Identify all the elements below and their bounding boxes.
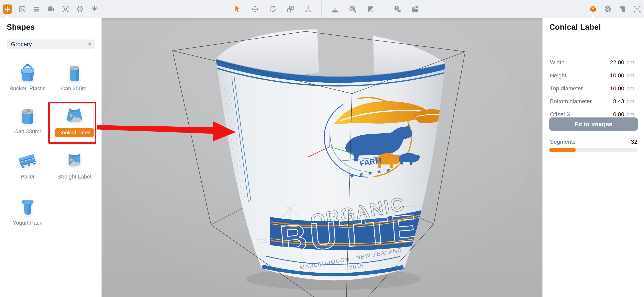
toolbar-right-group: [588, 0, 642, 18]
material-swatch-icon: [366, 5, 375, 14]
property-unit: cm: [627, 111, 637, 118]
toolbar-left-group: ⚙: [3, 0, 99, 18]
render-clock-icon: [393, 5, 402, 14]
gear-icon: ⚙: [76, 5, 84, 14]
segments-value: 32: [631, 139, 637, 145]
checker-sphere-icon: [603, 5, 612, 14]
shape-category-dropdown[interactable]: Grocery ▾: [7, 39, 95, 49]
settings-button[interactable]: ⚙: [76, 5, 84, 14]
property-unit: cm: [627, 85, 637, 92]
property-label: Offset X: [550, 111, 570, 118]
property-label: Bottom diameter: [550, 98, 592, 105]
viewport-3d[interactable]: FARM ★ ★ ★ ★ ★ ORGANIC BUTTER MARLBOROUG…: [102, 18, 542, 297]
layout-icon: [18, 5, 27, 14]
segments-row: Segments 32: [550, 138, 637, 146]
lighting-button[interactable]: [90, 5, 99, 14]
plus-icon: [3, 4, 12, 14]
fit-to-images-button[interactable]: Fit to images: [549, 117, 638, 131]
shape-item-label: Yogurt Pack: [13, 220, 42, 226]
materials-button[interactable]: [366, 5, 375, 14]
page-curl-icon: [618, 5, 627, 14]
shape-item-label: Pallet: [20, 174, 34, 180]
property-row-top-diameter: Top diameter 10.00 cm: [550, 84, 637, 93]
segments-slider[interactable]: [549, 148, 638, 152]
shape-item-can-330ml[interactable]: Can 330ml: [4, 104, 51, 135]
main-toolbar: ⚙: [0, 0, 644, 18]
properties-panel-title: Conical Label: [549, 23, 601, 31]
property-label: Top diameter: [550, 85, 583, 92]
properties-panel: Conical Label Width 22.00 cm Height 10.0…: [542, 18, 644, 297]
divider: [0, 58, 102, 58]
select-tool-button[interactable]: [233, 5, 242, 14]
property-value-field[interactable]: 10.00: [610, 72, 624, 79]
magnifier-cube-icon: [348, 5, 357, 14]
shapes-panel: Shapes Grocery ▾ Bucket: Plastic Can 250: [0, 18, 102, 297]
scene-canvas: FARM ★ ★ ★ ★ ★ ORGANIC BUTTER MARLBOROUG…: [102, 18, 542, 297]
camera-button[interactable]: [47, 5, 56, 14]
segments-slider-fill: [549, 148, 576, 152]
clapperboard-icon: [410, 5, 420, 14]
spread-icon: [304, 5, 313, 14]
annotation-highlight-box: [48, 102, 96, 144]
scene-tree-button[interactable]: [32, 5, 41, 14]
property-label: Height: [550, 72, 566, 79]
scale-icon: [286, 5, 295, 14]
property-value-field[interactable]: 22.00: [610, 59, 624, 66]
shape-category-value: Grocery: [11, 41, 32, 48]
backdrop-button[interactable]: [618, 5, 627, 14]
property-row-width: Width 22.00 cm: [550, 58, 637, 67]
fit-scene-button[interactable]: [632, 5, 642, 14]
spread-tool-button[interactable]: [304, 5, 313, 14]
move-icon: [250, 5, 260, 14]
animation-button[interactable]: [410, 5, 420, 14]
shape-item-label: Bucket: Plastic: [9, 85, 46, 92]
light-bulb-icon: [90, 5, 99, 14]
bucket-icon: [16, 61, 39, 84]
toolbar-separator: [384, 1, 384, 17]
rotate-tool-button[interactable]: [268, 5, 277, 14]
shape-item-label: Can 330ml: [14, 128, 41, 135]
rotate-icon: [268, 5, 277, 14]
cube-icon: [588, 5, 598, 14]
zoom-to-object-button[interactable]: [348, 5, 357, 14]
yogurt-pack-icon: [16, 195, 39, 219]
scale-tool-button[interactable]: [286, 5, 295, 14]
shape-item-bucket-plastic[interactable]: Bucket: Plastic: [4, 61, 51, 92]
drop-to-floor-icon: [330, 5, 340, 14]
property-row-bottom-diameter: Bottom diameter 8.43 cm: [550, 97, 637, 106]
cursor-icon: [233, 5, 242, 14]
property-unit: cm: [627, 72, 637, 79]
shape-item-pallet[interactable]: Pallet: [4, 149, 51, 180]
property-value-field[interactable]: 8.43: [613, 98, 624, 105]
render-time-button[interactable]: [393, 5, 402, 14]
straight-label-icon: [63, 149, 86, 172]
shape-item-can-250ml[interactable]: Can 250ml: [51, 61, 98, 92]
materials-sphere-button[interactable]: [603, 5, 612, 14]
property-unit: cm: [627, 98, 637, 105]
can-icon: [16, 104, 39, 127]
toolbar-separator: [322, 1, 322, 17]
chevron-down-icon: ▾: [88, 41, 91, 47]
property-value-field[interactable]: 0.00: [613, 111, 624, 118]
add-shape-button[interactable]: [3, 4, 12, 14]
snapshot-icon: [61, 5, 70, 14]
property-label: Width: [550, 59, 564, 66]
shape-item-straight-label[interactable]: Straight Label: [51, 149, 98, 180]
shape-item-label: Straight Label: [58, 174, 92, 180]
property-value-field[interactable]: 10.00: [610, 85, 624, 92]
shape-properties-button[interactable]: [588, 5, 598, 14]
property-row-height: Height 10.00 cm: [550, 71, 637, 80]
snapshot-button[interactable]: [61, 5, 70, 14]
menu-icon: [32, 5, 41, 14]
expand-arrows-cube-icon: [632, 5, 642, 14]
property-unit: cm: [627, 59, 637, 66]
move-tool-button[interactable]: [250, 5, 260, 14]
shape-item-label: Can 250ml: [61, 85, 88, 92]
pallet-icon: [16, 149, 39, 172]
shape-item-yogurt-pack[interactable]: Yogurt Pack: [4, 195, 51, 226]
segments-label: Segments: [550, 139, 576, 145]
shapes-panel-title: Shapes: [7, 23, 35, 31]
can-icon: [63, 61, 86, 84]
drop-to-floor-button[interactable]: [330, 5, 340, 14]
layout-button[interactable]: [18, 5, 27, 14]
